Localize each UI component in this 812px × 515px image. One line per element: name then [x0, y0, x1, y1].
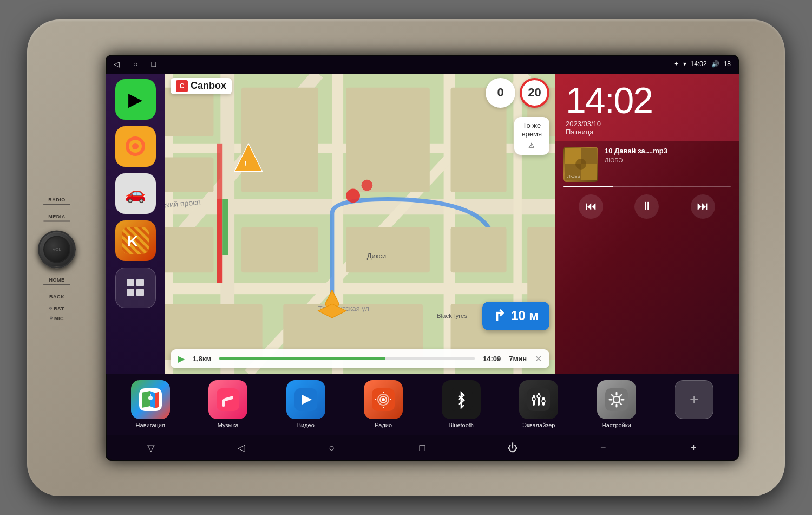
- bluetooth-icon[interactable]: [442, 380, 481, 419]
- svg-rect-27: [241, 87, 318, 192]
- mic-label: MIC: [54, 315, 64, 321]
- app-maps-item[interactable]: Навигация: [114, 380, 187, 428]
- svg-text:BlackTyres: BlackTyres: [437, 312, 468, 318]
- radio-slider: [43, 204, 70, 205]
- bottom-nav: ▽ ◁ ○ □ ⏻ − +: [106, 435, 739, 461]
- music-section: ЛЮБЭ 10 Давай за....mp3 ЛЮБЭ: [555, 141, 739, 374]
- video-icon[interactable]: [286, 380, 325, 419]
- eq-icon[interactable]: [519, 380, 558, 419]
- back-nav-button[interactable]: ◁: [114, 60, 120, 68]
- turn-distance: 10 м: [511, 308, 539, 323]
- turn-arrow: ↱: [493, 307, 506, 325]
- svg-point-75: [542, 400, 545, 403]
- recent-nav-button[interactable]: □: [151, 60, 155, 68]
- nav-warning-icon: ⚠: [522, 141, 542, 151]
- nav-instruction-bubble: То же время ⚠: [514, 117, 549, 155]
- maps-icon[interactable]: [131, 380, 170, 419]
- car-dvr-app-icon[interactable]: 🚗: [115, 173, 156, 214]
- right-panel: 14:02 2023/03/10 Пятница: [555, 74, 739, 374]
- nav-down-button[interactable]: ▽: [140, 437, 162, 459]
- album-art-row: ЛЮБЭ 10 Давай за....mp3 ЛЮБЭ: [563, 147, 731, 182]
- main-screen: ◁ ○ □ ✦ ▾ 14:02 🔊 18 ▶: [106, 55, 739, 461]
- nav-plus-button[interactable]: +: [683, 437, 704, 459]
- svg-point-48: [346, 188, 360, 203]
- maps-label: Навигация: [136, 422, 165, 428]
- media-slider: [43, 220, 70, 221]
- app-add-item[interactable]: + +: [658, 380, 731, 428]
- car-unit: RADIO MEDIA VOL HOME BACK RST: [27, 19, 785, 496]
- map-area[interactable]: Волгоградский просп Ташкентская ул Дикси…: [165, 74, 555, 374]
- volume-knob[interactable]: VOL: [38, 230, 76, 268]
- mic-control[interactable]: MIC: [50, 315, 64, 321]
- svg-rect-9: [127, 289, 134, 296]
- nav-home-button[interactable]: ○: [321, 437, 343, 459]
- route-bar: ▶ 1,8км 14:09 7мин ✕: [171, 349, 549, 368]
- bluetooth-status-icon: ✦: [673, 60, 679, 68]
- top-row: ▶ 🚗: [106, 74, 739, 374]
- app-sidebar: ▶ 🚗: [106, 74, 165, 374]
- svg-text:!: !: [244, 160, 246, 168]
- radio-control[interactable]: RADIO: [43, 197, 70, 205]
- app-radio-item[interactable]: Радио: [347, 380, 421, 428]
- app-settings-item[interactable]: Настройки: [580, 380, 653, 428]
- route-info: 1,8км: [193, 355, 211, 363]
- current-speed: 0: [486, 78, 515, 108]
- clock-date-value: 2023/03/10: [566, 120, 601, 128]
- media-control[interactable]: MEDIA: [43, 213, 70, 221]
- pause-button[interactable]: ⏸: [634, 194, 659, 219]
- nav-power-button[interactable]: ⏻: [502, 437, 523, 459]
- canbox-icon: C: [176, 80, 188, 92]
- app-bluetooth-item[interactable]: Bluetooth: [424, 380, 498, 428]
- grid-app-icon[interactable]: [115, 268, 156, 308]
- svg-rect-31: [346, 227, 430, 272]
- app-eq-item[interactable]: Эквалайзер: [502, 380, 576, 428]
- svg-point-74: [537, 395, 540, 398]
- app-video-item[interactable]: Видео: [269, 380, 343, 428]
- route-close-button[interactable]: ✕: [535, 354, 542, 364]
- music-progress-bar[interactable]: [563, 186, 731, 187]
- svg-point-56: [148, 396, 153, 400]
- track-info: 10 Давай за....mp3 ЛЮБЭ: [605, 147, 731, 164]
- yandex-music-app-icon[interactable]: [115, 126, 156, 167]
- nav-buttons: ◁ ○ □: [114, 60, 156, 68]
- nav-back-button[interactable]: ◁: [231, 437, 252, 459]
- back-control[interactable]: BACK: [49, 294, 64, 299]
- svg-point-63: [382, 398, 385, 401]
- wifi-icon: ▾: [683, 60, 686, 68]
- eq-label: Эквалайзер: [522, 422, 555, 428]
- clock-day: Пятница: [566, 128, 593, 136]
- nav-instruction-line1: То же: [522, 121, 542, 131]
- radio-label: RADIO: [48, 197, 66, 202]
- mic-dot: [50, 317, 53, 320]
- rst-control[interactable]: RST: [49, 305, 64, 311]
- svg-rect-29: [165, 227, 213, 272]
- bluetooth-label: Bluetooth: [449, 422, 474, 428]
- prev-track-button[interactable]: ⏮: [579, 194, 603, 219]
- app-music-item[interactable]: Музыка: [192, 380, 265, 428]
- svg-text:K: K: [127, 233, 138, 250]
- radio-icon[interactable]: [364, 380, 403, 419]
- music-icon[interactable]: [208, 380, 247, 419]
- clock-date: 2023/03/10 Пятница: [566, 120, 728, 136]
- home-control[interactable]: HOME: [43, 277, 70, 285]
- map-logo: C Canbox: [171, 78, 232, 94]
- nav-recent-button[interactable]: □: [411, 437, 433, 459]
- carplay-app-icon[interactable]: ▶: [115, 79, 156, 120]
- clock-time: 14:02: [566, 82, 728, 119]
- next-track-button[interactable]: ⏭: [691, 194, 715, 219]
- svg-rect-23: [217, 143, 222, 199]
- svg-point-73: [532, 397, 535, 401]
- svg-rect-7: [127, 279, 134, 286]
- video-label: Видео: [297, 422, 315, 428]
- svg-rect-76: [605, 388, 628, 411]
- route-progress-fill: [219, 357, 385, 360]
- volume-icon: 🔊: [711, 60, 719, 68]
- home-nav-button[interactable]: ○: [133, 60, 137, 68]
- add-icon[interactable]: +: [675, 380, 713, 419]
- content-area: ▶ 🚗: [106, 74, 739, 461]
- kino-app-icon[interactable]: K: [115, 220, 156, 261]
- settings-icon[interactable]: [597, 380, 636, 419]
- route-play-icon[interactable]: ▶: [178, 354, 185, 364]
- nav-minus-button[interactable]: −: [592, 437, 614, 459]
- svg-rect-25: [165, 87, 213, 136]
